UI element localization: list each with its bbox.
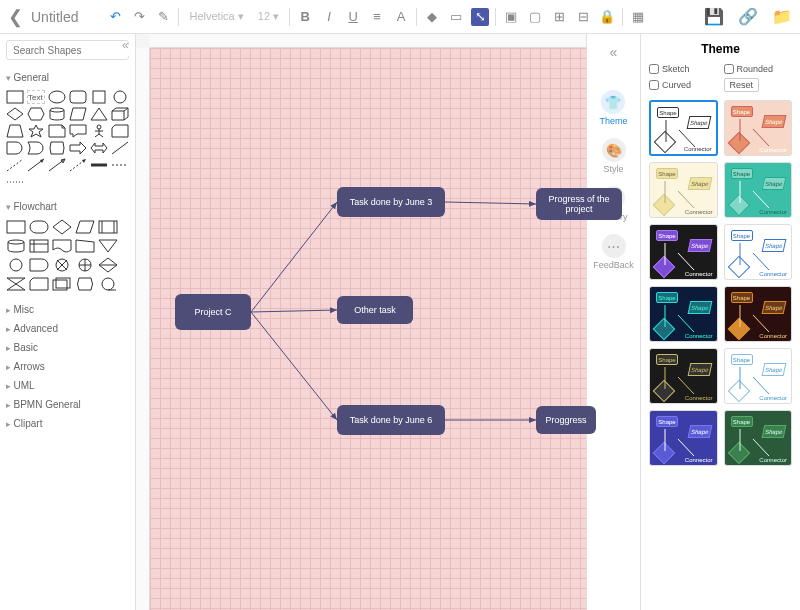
theme-swatch-1[interactable]: ShapeShapeConnector bbox=[724, 100, 793, 156]
fc-document[interactable] bbox=[52, 238, 72, 254]
tab-feedback[interactable]: ⋯FeedBack bbox=[593, 234, 634, 270]
italic-button[interactable]: I bbox=[320, 8, 338, 26]
shape-dashline[interactable] bbox=[6, 158, 24, 172]
category-basic[interactable]: Basic bbox=[6, 338, 129, 357]
shape-card[interactable] bbox=[111, 124, 129, 138]
bold-button[interactable]: B bbox=[296, 8, 314, 26]
share-icon[interactable]: 🔗 bbox=[738, 7, 758, 26]
fc-predefined[interactable] bbox=[98, 219, 118, 235]
back-button[interactable]: ❮ bbox=[8, 6, 23, 28]
grid-button[interactable]: ▦ bbox=[629, 8, 647, 26]
shape-and[interactable] bbox=[6, 141, 24, 155]
shape-diamond[interactable] bbox=[6, 107, 24, 121]
shape-actor[interactable] bbox=[90, 124, 108, 138]
underline-button[interactable]: U bbox=[344, 8, 362, 26]
theme-swatch-7[interactable]: ShapeShapeConnector bbox=[724, 286, 793, 342]
to-back-button[interactable]: ▢ bbox=[526, 8, 544, 26]
document-title[interactable]: Untitled bbox=[31, 9, 78, 25]
fc-terminator[interactable] bbox=[29, 219, 49, 235]
theme-swatch-4[interactable]: ShapeShapeConnector bbox=[649, 224, 718, 280]
fc-internal[interactable] bbox=[29, 238, 49, 254]
fc-database[interactable] bbox=[6, 238, 26, 254]
search-input[interactable] bbox=[13, 45, 136, 56]
node-task-jun3[interactable]: Task done by June 3 bbox=[337, 187, 445, 217]
tab-style[interactable]: 🎨Style bbox=[602, 138, 626, 174]
shape-arrow-bi[interactable] bbox=[90, 141, 108, 155]
shape-rounded[interactable] bbox=[69, 90, 87, 104]
search-shapes[interactable]: ⌕ bbox=[6, 40, 129, 60]
shape-note[interactable] bbox=[48, 124, 66, 138]
lock-button[interactable]: 🔒 bbox=[598, 8, 616, 26]
tab-theme[interactable]: 👕Theme bbox=[599, 90, 627, 126]
to-front-button[interactable]: ▣ bbox=[502, 8, 520, 26]
shape-or[interactable] bbox=[27, 141, 45, 155]
shape-triangle[interactable] bbox=[90, 107, 108, 121]
node-progress2[interactable]: Proggress bbox=[536, 406, 596, 434]
shape-cube[interactable] bbox=[111, 107, 129, 121]
fc-or[interactable] bbox=[75, 257, 95, 273]
theme-swatch-10[interactable]: ShapeShapeConnector bbox=[649, 410, 718, 466]
fc-connector[interactable] bbox=[6, 257, 26, 273]
shape-ellipse[interactable] bbox=[48, 90, 66, 104]
fc-display[interactable] bbox=[75, 276, 95, 292]
format-paint-button[interactable]: ✎ bbox=[154, 8, 172, 26]
shape-data[interactable] bbox=[48, 141, 66, 155]
shape-arrow-right[interactable] bbox=[69, 141, 87, 155]
theme-swatch-9[interactable]: ShapeShapeConnector bbox=[724, 348, 793, 404]
fc-merge[interactable] bbox=[98, 238, 118, 254]
theme-swatch-0[interactable]: ShapeShapeConnector bbox=[649, 100, 718, 156]
redo-button[interactable]: ↷ bbox=[130, 8, 148, 26]
fc-sum[interactable] bbox=[52, 257, 72, 273]
shape-star[interactable] bbox=[27, 124, 45, 138]
shape-rect[interactable] bbox=[6, 90, 24, 104]
shape-para[interactable] bbox=[69, 107, 87, 121]
shape-thick[interactable] bbox=[90, 158, 108, 172]
font-family-select[interactable]: Helvetica ▾ bbox=[185, 10, 247, 23]
fc-decision[interactable] bbox=[52, 219, 72, 235]
theme-swatch-3[interactable]: ShapeShapeConnector bbox=[724, 162, 793, 218]
shape-square[interactable] bbox=[90, 90, 108, 104]
theme-swatch-5[interactable]: ShapeShapeConnector bbox=[724, 224, 793, 280]
shape-cylinder[interactable] bbox=[48, 107, 66, 121]
fc-delay[interactable] bbox=[29, 257, 49, 273]
category-misc[interactable]: Misc bbox=[6, 300, 129, 319]
collapse-right-icon[interactable]: « bbox=[610, 44, 618, 60]
theme-swatch-6[interactable]: ShapeShapeConnector bbox=[649, 286, 718, 342]
undo-button[interactable]: ↶ bbox=[106, 8, 124, 26]
reset-button[interactable]: Reset bbox=[724, 78, 760, 92]
theme-swatch-11[interactable]: ShapeShapeConnector bbox=[724, 410, 793, 466]
shape-dashed[interactable] bbox=[111, 158, 129, 172]
opt-rounded[interactable]: Rounded bbox=[724, 64, 793, 74]
fill-button[interactable]: ◆ bbox=[423, 8, 441, 26]
node-other-task[interactable]: Other task bbox=[337, 296, 413, 324]
shape-trapezoid[interactable] bbox=[6, 124, 24, 138]
theme-swatch-8[interactable]: ShapeShapeConnector bbox=[649, 348, 718, 404]
category-uml[interactable]: UML bbox=[6, 376, 129, 395]
fc-sort[interactable] bbox=[98, 257, 118, 273]
theme-swatch-2[interactable]: ShapeShapeConnector bbox=[649, 162, 718, 218]
shape-callout[interactable] bbox=[69, 124, 87, 138]
shape-conn2[interactable] bbox=[48, 158, 66, 172]
folder-icon[interactable]: 📁 bbox=[772, 7, 792, 26]
shape-conn3[interactable] bbox=[69, 158, 87, 172]
ungroup-button[interactable]: ⊟ bbox=[574, 8, 592, 26]
category-advanced[interactable]: Advanced bbox=[6, 319, 129, 338]
collapse-left-icon[interactable]: « bbox=[122, 38, 129, 52]
fc-data[interactable] bbox=[75, 219, 95, 235]
fc-card[interactable] bbox=[29, 276, 49, 292]
stroke-button[interactable]: ▭ bbox=[447, 8, 465, 26]
fc-tape[interactable] bbox=[98, 276, 118, 292]
shape-conn1[interactable] bbox=[27, 158, 45, 172]
shape-hex[interactable] bbox=[27, 107, 45, 121]
fc-process[interactable] bbox=[6, 219, 26, 235]
shape-dotted[interactable] bbox=[6, 175, 24, 189]
node-task-jun6[interactable]: Task done by June 6 bbox=[337, 405, 445, 435]
category-clipart[interactable]: Clipart bbox=[6, 414, 129, 433]
opt-curved[interactable]: Curved bbox=[649, 80, 718, 90]
category-flowchart[interactable]: Flowchart bbox=[6, 197, 129, 216]
category-general[interactable]: General bbox=[6, 68, 129, 87]
font-size-select[interactable]: 12 ▾ bbox=[254, 10, 283, 23]
node-progress[interactable]: Progress of the project bbox=[536, 188, 622, 220]
text-color-button[interactable]: A bbox=[392, 8, 410, 26]
align-button[interactable]: ≡ bbox=[368, 8, 386, 26]
